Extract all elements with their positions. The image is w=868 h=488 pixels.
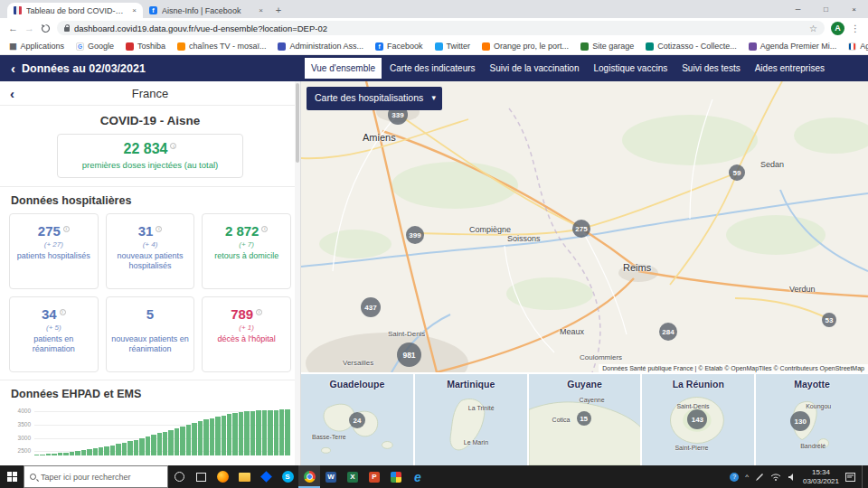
help-icon[interactable]: ?: [730, 473, 739, 482]
bookmark-administration[interactable]: Administration Ass...: [278, 42, 363, 51]
scrollbar-thumb[interactable]: [296, 83, 299, 163]
tab-title: Aisne-Info | Facebook: [162, 6, 254, 15]
bookmark-label: Facebook: [387, 42, 423, 51]
bookmark-label: Administration Ass...: [289, 42, 363, 51]
stat-card-hospitalises: 275i (+ 27) patients hospitalisés: [9, 213, 99, 289]
inset-map-guyane[interactable]: Guyane Cayenne Cotica 15: [529, 374, 641, 465]
tray-expand-icon[interactable]: ^: [745, 473, 749, 481]
stat-delta: (+ 1): [205, 324, 288, 333]
close-window-button[interactable]: ×: [840, 0, 868, 18]
info-icon[interactable]: i: [60, 309, 66, 315]
map-bubble[interactable]: 59: [729, 164, 745, 181]
search-input[interactable]: [41, 473, 149, 482]
paint-taskbar-icon[interactable]: [385, 465, 407, 488]
minimize-button[interactable]: ─: [784, 0, 812, 18]
taskbar-clock[interactable]: 15:34 03/03/2021: [803, 468, 839, 485]
inset-map-mayotte[interactable]: Mayotte Koungou Bandrélé 130: [756, 374, 868, 465]
wifi-icon[interactable]: [770, 473, 781, 481]
tab-vue-densemble[interactable]: Vue d'ensemble: [305, 58, 382, 79]
word-icon: [326, 472, 336, 483]
bookmark-label: chaînes TV - mosaï...: [189, 42, 266, 51]
refresh-icon[interactable]: [41, 23, 51, 33]
tab-aides-entreprises[interactable]: Aides entreprises: [749, 58, 831, 79]
powerpoint-taskbar-icon[interactable]: [363, 465, 385, 488]
admin-favicon: [278, 42, 286, 51]
info-icon[interactable]: i: [63, 226, 70, 232]
bookmark-google[interactable]: GGoogle: [76, 42, 114, 51]
inset-place-label: Saint-Pierre: [675, 445, 708, 451]
bookmark-orange-pro[interactable]: Orange pro, le port...: [482, 42, 569, 51]
map-bubble[interactable]: 437: [361, 297, 381, 317]
map-bubble[interactable]: 53: [822, 313, 836, 327]
map-city-label: Amiens: [363, 132, 396, 143]
bookmark-label: Cotizasso - Collecte...: [657, 42, 737, 51]
maximize-button[interactable]: □: [812, 0, 840, 18]
tab-carte-des-indicateurs[interactable]: Carte des indicateurs: [383, 58, 482, 79]
edge-taskbar-icon[interactable]: [407, 465, 429, 488]
bookmark-toshiba[interactable]: Toshiba: [126, 42, 165, 51]
close-tab-icon[interactable]: ×: [132, 6, 137, 14]
bookmark-star-icon[interactable]: ☆: [809, 23, 817, 33]
tab-suivi-des-tests[interactable]: Suivi des tests: [675, 58, 746, 79]
map-layer-selector[interactable]: Carte des hospitalisations ▾: [307, 87, 442, 110]
bookmark-twitter[interactable]: Twitter: [435, 42, 471, 51]
bookmark-cotizasso[interactable]: Cotizasso - Collecte...: [646, 42, 737, 51]
notifications-icon[interactable]: [845, 473, 855, 482]
bookmark-site-garage[interactable]: Site garage: [580, 42, 634, 51]
map-city-label: Verdun: [789, 285, 816, 294]
volume-icon[interactable]: [788, 473, 797, 482]
map-bubble[interactable]: 981: [397, 343, 421, 367]
bookmark-agenda-premier-ministre[interactable]: Agenda Premier Mi...: [749, 42, 837, 51]
back-icon[interactable]: ←: [8, 23, 18, 33]
browser-tab-dashboard[interactable]: Tableau de bord COVID-19 Suiv ×: [7, 3, 143, 18]
browser-tab-facebook[interactable]: f Aisne-Info | Facebook ×: [143, 3, 269, 18]
browser-menu-icon[interactable]: ⋮: [851, 23, 860, 33]
cortana-button[interactable]: [168, 465, 190, 488]
pen-icon[interactable]: [755, 473, 764, 482]
url-omnibox[interactable]: dashboard.covid19.data.gouv.fr/vue-d-ens…: [57, 21, 825, 35]
word-taskbar-icon[interactable]: [320, 465, 342, 488]
info-icon[interactable]: i: [170, 143, 176, 149]
inset-place-label: Basse-Terre: [312, 434, 346, 440]
forward-icon[interactable]: →: [24, 23, 34, 33]
chrome-taskbar-icon[interactable]: [298, 465, 320, 488]
firefox-taskbar-icon[interactable]: [212, 465, 233, 488]
bookmark-chaines-tv[interactable]: chaînes TV - mosaï...: [177, 42, 266, 51]
map-bubble[interactable]: 275: [572, 220, 590, 238]
lock-icon[interactable]: [64, 27, 70, 32]
tab-logistique-vaccins[interactable]: Logistique vaccins: [587, 58, 674, 79]
page-title: COVID-19 - Aisne: [0, 114, 300, 127]
start-button[interactable]: [0, 465, 24, 488]
back-to-date-button[interactable]: ‹ Données au 02/03/2021: [11, 55, 146, 81]
info-icon[interactable]: i: [256, 309, 262, 315]
taskbar-search[interactable]: [24, 465, 168, 488]
map-bubble[interactable]: 284: [659, 323, 677, 341]
task-view-button[interactable]: [190, 465, 212, 488]
inset-map-martinique[interactable]: Martinique La Trinité Le Marin: [415, 374, 527, 465]
show-desktop-button[interactable]: [862, 465, 865, 488]
close-tab-icon[interactable]: ×: [259, 6, 263, 14]
new-tab-button[interactable]: +: [269, 5, 288, 18]
inset-map-la-reunion[interactable]: La Réunion Saint-Denis Saint-Pierre 143: [642, 374, 754, 465]
info-icon[interactable]: i: [261, 226, 268, 232]
region-selector[interactable]: ‹ France: [0, 81, 300, 106]
bookmark-applications[interactable]: ▦Applications: [9, 42, 64, 51]
map-bubble[interactable]: 24: [349, 412, 365, 428]
sidebar-scrollbar[interactable]: [295, 81, 300, 465]
map-bubble[interactable]: 399: [406, 226, 424, 244]
inset-map-guadeloupe[interactable]: Guadeloupe Basse-Terre 24: [301, 374, 413, 465]
dropbox-taskbar-icon[interactable]: [255, 465, 277, 488]
url-text: dashboard.covid19.data.gouv.fr/vue-d-ens…: [74, 23, 327, 33]
profile-avatar[interactable]: A: [831, 22, 844, 35]
info-icon[interactable]: i: [156, 226, 162, 232]
hospitalisations-map[interactable]: Amiens Sedan Compiègne Soissons Reims Ve…: [301, 81, 868, 372]
excel-taskbar-icon[interactable]: [342, 465, 363, 488]
bookmark-facebook[interactable]: fFacebook: [375, 42, 423, 51]
google-favicon: G: [76, 42, 84, 51]
twitter-favicon: [435, 42, 443, 51]
bookmark-agenda-president[interactable]: Agenda du Préside...: [848, 42, 868, 51]
skype-taskbar-icon[interactable]: [277, 465, 298, 488]
map-bubble[interactable]: 15: [577, 411, 591, 426]
tab-suivi-vaccination[interactable]: Suivi de la vaccination: [484, 58, 586, 79]
file-explorer-taskbar-icon[interactable]: [233, 465, 255, 488]
